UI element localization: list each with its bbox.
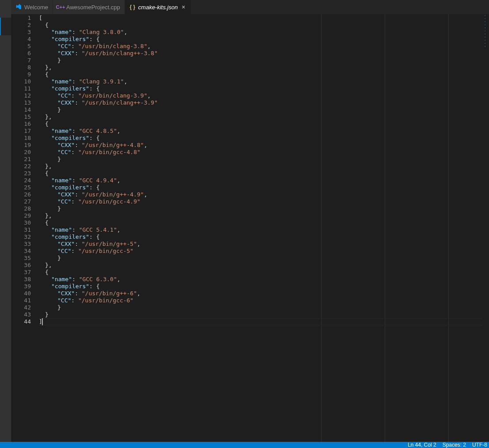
status-indent[interactable]: Spaces: 2 [443, 442, 466, 448]
code-line[interactable]: "CC": "/usr/bin/clang-3.8", [39, 43, 489, 50]
tab-welcome[interactable]: Welcome [11, 0, 53, 14]
line-number-gutter: 1234567891011121314151617181920212223242… [11, 14, 39, 442]
line-number: 7 [11, 57, 31, 64]
line-number: 17 [11, 128, 31, 135]
code-line[interactable]: "compilers": { [39, 135, 489, 142]
code-line[interactable]: "name": "GCC 4.9.4", [39, 177, 489, 184]
code-line[interactable]: { [39, 219, 489, 226]
line-number: 6 [11, 50, 31, 57]
code-line[interactable]: { [39, 269, 489, 276]
line-number: 42 [11, 304, 31, 311]
code-line[interactable]: ] [39, 318, 489, 325]
code-line[interactable]: } [39, 255, 489, 262]
code-line[interactable]: { [39, 170, 489, 177]
tab-label: cmake-kits.json [138, 4, 178, 11]
line-number: 40 [11, 290, 31, 297]
code-line[interactable]: }, [39, 163, 489, 170]
code-line[interactable]: "CXX": "/usr/bin/g++-6", [39, 290, 489, 297]
code-line[interactable]: "CXX": "/usr/bin/clang++-3.8" [39, 50, 489, 57]
json-icon: { } [129, 4, 136, 10]
code-line[interactable]: } [39, 304, 489, 311]
code-line[interactable]: "CC": "/usr/bin/clang-3.9", [39, 92, 489, 99]
cpp-icon: C++ [57, 4, 64, 10]
line-number: 13 [11, 99, 31, 106]
line-number: 24 [11, 177, 31, 184]
line-number: 5 [11, 43, 31, 50]
line-number: 9 [11, 71, 31, 78]
line-number: 11 [11, 85, 31, 92]
code-line[interactable]: "name": "Clang 3.9.1", [39, 78, 489, 85]
line-number: 14 [11, 106, 31, 113]
activity-search-icon[interactable] [0, 18, 11, 35]
code-line[interactable]: } [39, 57, 489, 64]
minimap[interactable]: ▪▪▪▪▪▪▪▪▪▪▪ [485, 14, 489, 48]
code-line[interactable]: } [39, 205, 489, 212]
line-number: 1 [11, 15, 31, 22]
line-number: 26 [11, 191, 31, 198]
activity-scm-icon[interactable] [0, 35, 11, 53]
line-number: 35 [11, 255, 31, 262]
status-bar: Ln 44, Col 2 Spaces: 2 UTF-8 [0, 442, 489, 448]
code-line[interactable]: "compilers": { [39, 36, 489, 43]
code-line[interactable]: "compilers": { [39, 85, 489, 92]
line-number: 4 [11, 36, 31, 43]
code-line[interactable]: }, [39, 113, 489, 120]
activity-bar [0, 0, 11, 442]
code-line[interactable]: }, [39, 212, 489, 219]
code-line[interactable]: [ [39, 15, 489, 22]
line-number: 18 [11, 135, 31, 142]
code-line[interactable]: "compilers": { [39, 283, 489, 290]
code-line[interactable]: "CC": "/usr/bin/gcc-4.9" [39, 198, 489, 205]
line-number: 25 [11, 184, 31, 191]
vscode-icon [15, 4, 22, 10]
tab-bar: WelcomeC++AwesomeProject.cpp{ }cmake-kit… [11, 0, 489, 14]
close-icon[interactable]: × [180, 4, 186, 10]
line-number: 41 [11, 297, 31, 304]
line-number: 19 [11, 142, 31, 149]
code-line[interactable]: "CXX": "/usr/bin/g++-5", [39, 241, 489, 248]
code-line[interactable]: "name": "GCC 5.4.1", [39, 226, 489, 233]
line-number: 21 [11, 156, 31, 163]
code-line[interactable]: "CC": "/usr/bin/gcc-4.8" [39, 149, 489, 156]
activity-settings-icon[interactable] [0, 415, 11, 433]
code-line[interactable]: { [39, 22, 489, 29]
code-line[interactable]: "name": "Clang 3.8.0", [39, 29, 489, 36]
code-line[interactable]: "name": "GCC 4.8.5", [39, 128, 489, 135]
line-number: 33 [11, 241, 31, 248]
code-line[interactable]: "name": "GCC 6.3.0", [39, 276, 489, 283]
tab-cmake-kits-json[interactable]: { }cmake-kits.json× [125, 0, 192, 14]
line-number: 15 [11, 113, 31, 120]
line-number: 39 [11, 283, 31, 290]
tab-awesomeproject-cpp[interactable]: C++AwesomeProject.cpp [53, 0, 125, 14]
code-line[interactable]: "CXX": "/usr/bin/clang++-3.9" [39, 99, 489, 106]
code-line[interactable]: "compilers": { [39, 184, 489, 191]
line-number: 3 [11, 29, 31, 36]
activity-files-icon[interactable] [0, 0, 11, 18]
code-line[interactable]: { [39, 120, 489, 128]
line-number: 20 [11, 149, 31, 156]
tab-label: AwesomeProject.cpp [66, 4, 120, 11]
code-line[interactable]: }, [39, 262, 489, 269]
code-area[interactable]: [{"name": "Clang 3.8.0","compilers": {"C… [39, 14, 489, 442]
code-line[interactable]: "CXX": "/usr/bin/g++-4.9", [39, 191, 489, 198]
code-line[interactable]: "CC": "/usr/bin/gcc-6" [39, 297, 489, 304]
code-line[interactable]: } [39, 156, 489, 163]
code-line[interactable]: } [39, 311, 489, 318]
code-line[interactable]: }, [39, 64, 489, 71]
line-number: 2 [11, 22, 31, 29]
code-line[interactable]: } [39, 106, 489, 113]
code-line[interactable]: "CXX": "/usr/bin/g++-4.8", [39, 142, 489, 149]
code-line[interactable]: "compilers": { [39, 233, 489, 241]
status-cursor-position[interactable]: Ln 44, Col 2 [408, 442, 436, 448]
line-number: 34 [11, 248, 31, 255]
line-number: 27 [11, 198, 31, 205]
line-number: 23 [11, 170, 31, 177]
code-line[interactable]: "CC": "/usr/bin/gcc-5" [39, 248, 489, 255]
editor[interactable]: 1234567891011121314151617181920212223242… [11, 14, 489, 442]
status-encoding[interactable]: UTF-8 [472, 442, 487, 448]
line-number: 31 [11, 226, 31, 233]
line-number: 43 [11, 311, 31, 318]
code-line[interactable]: { [39, 71, 489, 78]
line-number: 32 [11, 233, 31, 241]
line-number: 22 [11, 163, 31, 170]
